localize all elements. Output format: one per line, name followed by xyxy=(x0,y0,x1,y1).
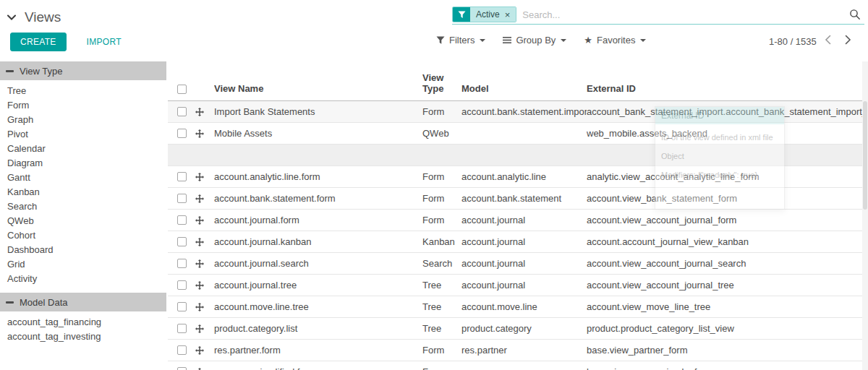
table-row[interactable]: Mobile Assets QWeb web_mobile.assets_bac… xyxy=(168,123,862,145)
table-row[interactable] xyxy=(168,145,862,166)
row-checkbox[interactable] xyxy=(177,280,187,290)
row-checkbox[interactable] xyxy=(177,215,187,225)
drag-handle-icon[interactable] xyxy=(195,216,204,225)
row-drag-cell xyxy=(195,303,214,311)
dash-icon xyxy=(6,70,14,72)
row-checkbox[interactable] xyxy=(177,367,187,370)
drag-handle-icon[interactable] xyxy=(195,173,204,181)
table-row[interactable]: account.journal.search Search account.jo… xyxy=(168,253,862,275)
sidebar-filter-item[interactable]: Calendar xyxy=(0,141,166,155)
star-icon: ★ xyxy=(584,35,592,45)
sidebar-filter-item[interactable]: Pivot xyxy=(0,126,166,141)
sidebar-filter-item[interactable]: Cohort xyxy=(0,228,166,242)
cell-view-type: Form xyxy=(422,345,461,356)
filters-label: Filters xyxy=(449,35,475,46)
drag-handle-icon[interactable] xyxy=(195,346,204,355)
chevron-down-icon[interactable] xyxy=(7,14,16,20)
select-all-checkbox[interactable] xyxy=(177,85,187,94)
row-checkbox[interactable] xyxy=(177,324,187,333)
row-checkbox-cell xyxy=(168,107,195,116)
table-row[interactable]: account.journal.form Form account.journa… xyxy=(168,210,862,231)
row-drag-cell xyxy=(195,324,214,333)
search-icon[interactable] xyxy=(849,9,861,20)
table-row[interactable]: product.category.list Tree product.categ… xyxy=(168,318,862,340)
row-checkbox-cell xyxy=(168,237,195,246)
column-header-model[interactable]: Model xyxy=(461,83,587,94)
table-row[interactable]: account.bank.statement.form Form account… xyxy=(168,188,862,210)
pager-next-icon[interactable] xyxy=(845,35,851,48)
close-icon[interactable]: × xyxy=(505,10,511,20)
row-checkbox[interactable] xyxy=(177,172,187,181)
row-checkbox[interactable] xyxy=(177,345,187,355)
groupby-label: Group By xyxy=(516,35,556,46)
column-header-external-id[interactable]: External ID xyxy=(587,83,862,94)
pager-previous-icon[interactable] xyxy=(825,35,831,48)
table-row[interactable]: account.analytic.line.form Form account.… xyxy=(168,166,862,188)
sidebar-filter-item[interactable]: Form xyxy=(0,98,166,112)
filters-dropdown[interactable]: Filters xyxy=(436,35,485,46)
sidebar-filter-item[interactable]: Dashboard xyxy=(0,242,166,257)
sidebar-filter-item[interactable]: account_tag_financing xyxy=(0,314,166,329)
cell-view-type: Tree xyxy=(422,301,461,312)
row-drag-cell xyxy=(195,151,214,160)
create-button[interactable]: CREATE xyxy=(10,33,67,51)
row-checkbox[interactable] xyxy=(177,237,187,246)
sidebar-section-header[interactable]: Model Data xyxy=(0,293,166,311)
cell-external-id: account.view_account_journal_search xyxy=(587,258,862,269)
sidebar-filter-item[interactable]: Tree xyxy=(0,83,166,98)
sidebar-filter-item[interactable]: Gantt xyxy=(0,170,166,184)
sidebar-filter-item[interactable]: Diagram xyxy=(0,155,166,170)
drag-handle-icon[interactable] xyxy=(195,194,204,203)
scrollbar-thumb[interactable] xyxy=(863,101,867,210)
sidebar-filter-item[interactable]: Search xyxy=(0,199,166,213)
search-bar: Active × xyxy=(452,5,864,25)
column-header-view-type[interactable]: View Type xyxy=(422,72,461,94)
caret-down-icon xyxy=(561,39,566,42)
search-input[interactable] xyxy=(516,9,849,20)
table-row[interactable]: account.move.line.tree Tree account.move… xyxy=(168,296,862,318)
sidebar-filter-item[interactable]: account_tag_investing xyxy=(0,329,166,343)
facet-label: Active xyxy=(476,9,500,20)
favorites-dropdown[interactable]: ★ Favorites xyxy=(584,35,646,46)
vertical-scrollbar[interactable] xyxy=(862,61,868,370)
sidebar-section-header[interactable]: View Type xyxy=(0,61,166,80)
sidebar-section-title: View Type xyxy=(20,66,63,77)
drag-handle-icon[interactable] xyxy=(195,108,204,116)
import-button[interactable]: IMPORT xyxy=(87,37,122,47)
table-row[interactable]: res.partner.form Form res.partner base.v… xyxy=(168,340,862,361)
row-checkbox-cell xyxy=(168,259,195,268)
drag-handle-icon[interactable] xyxy=(195,324,204,333)
filter-funnel-icon xyxy=(453,7,470,22)
cell-model: res.users xyxy=(461,366,587,370)
cell-view-name: account.journal.search xyxy=(214,258,422,269)
column-header-view-name[interactable]: View Name xyxy=(214,83,422,94)
row-checkbox[interactable] xyxy=(177,107,187,116)
row-drag-cell xyxy=(195,368,214,370)
drag-handle-icon[interactable] xyxy=(195,238,204,246)
drag-handle-icon[interactable] xyxy=(195,129,204,138)
table-row[interactable]: account.journal.kanban Kanban account.jo… xyxy=(168,231,862,253)
row-checkbox-cell xyxy=(168,324,195,333)
table-row[interactable]: res.users.simplified.form Form res.users… xyxy=(168,361,862,370)
cell-view-type: Tree xyxy=(422,280,461,291)
row-checkbox[interactable] xyxy=(177,194,187,203)
sidebar-filter-item[interactable]: Grid xyxy=(0,257,166,271)
cell-view-type: Form xyxy=(422,106,461,117)
views-list-page: Views Active × CREATE IMPORT xyxy=(0,0,868,370)
sidebar-filter-item[interactable]: Activity xyxy=(0,271,166,285)
drag-handle-icon[interactable] xyxy=(195,259,204,268)
table-row[interactable]: Import Bank Statements Form account.bank… xyxy=(168,101,862,123)
sidebar-filter-item[interactable]: Kanban xyxy=(0,184,166,199)
table-row[interactable]: account.journal.tree Tree account.journa… xyxy=(168,275,862,296)
row-checkbox[interactable] xyxy=(177,302,187,311)
groupby-dropdown[interactable]: Group By xyxy=(503,35,566,46)
search-options: Filters Group By ★ Favorites xyxy=(436,35,646,46)
row-checkbox[interactable] xyxy=(177,129,187,138)
drag-handle-icon[interactable] xyxy=(195,281,204,290)
cell-external-id: account_bank_statement_import.account_ba… xyxy=(587,106,862,117)
sidebar-filter-item[interactable]: Graph xyxy=(0,112,166,126)
sidebar-filter-item[interactable]: QWeb xyxy=(0,213,166,228)
drag-handle-icon[interactable] xyxy=(195,368,204,370)
drag-handle-icon[interactable] xyxy=(195,303,204,311)
row-checkbox[interactable] xyxy=(177,259,187,268)
